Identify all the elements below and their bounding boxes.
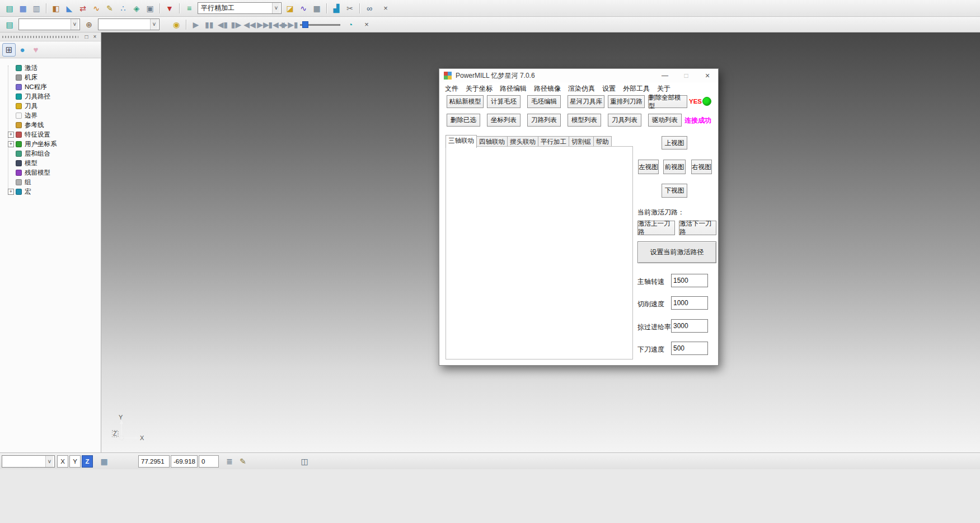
coordinate-y-field[interactable]: -69.918 <box>171 455 198 468</box>
activate-next-toolpath-button[interactable]: 激活下一刀路 <box>679 221 716 235</box>
binoculars-icon[interactable]: ∞ <box>363 2 376 15</box>
graph-icon[interactable]: ∿ <box>297 2 310 15</box>
delete-all-models-button[interactable]: 删除全部模型 <box>648 95 687 108</box>
step-back-icon[interactable]: ◀▮ <box>216 18 229 31</box>
tree-item-nc-programs[interactable]: NC程序 <box>6 82 101 92</box>
axis-z-button[interactable]: Z <box>82 455 93 468</box>
menu-file[interactable]: 文件 <box>445 84 458 94</box>
tree-item-machine-tool[interactable]: 机床 <box>6 73 101 82</box>
model-list-button[interactable]: 模型列表 <box>568 114 601 127</box>
block-edit-button[interactable]: 毛坯编辑 <box>527 95 561 108</box>
active-strategy-dropdown[interactable]: 平行精加工 ˅ <box>198 2 282 14</box>
set-active-path-button[interactable]: 设置当前激活路径 <box>637 241 716 263</box>
pause-icon[interactable]: ▮▮ <box>203 18 216 31</box>
workplane-list-button[interactable]: 坐标列表 <box>487 114 521 127</box>
activate-prev-toolpath-button[interactable]: 激活上一刀路 <box>637 221 675 235</box>
menu-settings[interactable]: 设置 <box>602 84 616 94</box>
simulation-clock-icon[interactable]: ◔ <box>344 18 357 31</box>
rewind-icon[interactable]: ◀◀ <box>243 18 256 31</box>
status-dropdown[interactable]: ˅ <box>2 455 55 468</box>
close-button[interactable]: × <box>697 69 718 82</box>
tree-item-stock-models[interactable]: 残留模型 <box>6 168 101 178</box>
reorder-toolpaths-button[interactable]: 重排列刀路 <box>608 95 645 108</box>
tree-item-macros[interactable]: +宏 <box>6 187 101 197</box>
tree-item-toolpaths[interactable]: 刀具路径 <box>6 92 101 101</box>
menu-render-sim[interactable]: 渲染仿真 <box>568 84 595 94</box>
menu-path-edit[interactable]: 路径编辑 <box>500 84 527 94</box>
plunge-feed-input[interactable] <box>671 342 708 355</box>
go-end-icon[interactable]: ▶▶▮ <box>283 18 297 31</box>
paste-new-model-button[interactable]: 粘贴新模型 <box>447 95 484 108</box>
model-layers-icon[interactable]: ▤ <box>3 2 16 15</box>
menu-path-mirror[interactable]: 路径镜像 <box>534 84 561 94</box>
axis-y-button[interactable]: Y <box>69 455 81 468</box>
left-view-button[interactable]: 左视图 <box>638 160 659 174</box>
favorites-heart-icon[interactable]: ♥ <box>29 43 43 57</box>
tree-item-boundaries[interactable]: 边界 <box>6 111 101 120</box>
points-icon[interactable]: ∴ <box>116 2 130 15</box>
simulation-speed-slider[interactable] <box>300 20 340 29</box>
list-icon[interactable]: ≣ <box>223 455 236 468</box>
drive-list-button[interactable]: 驱动列表 <box>648 114 682 127</box>
tool-select-dropdown[interactable]: ˅ <box>98 18 160 30</box>
drag-handle-icon[interactable] <box>2 36 78 38</box>
tree-item-workplanes[interactable]: +用户坐标系 <box>6 139 101 149</box>
lightbulb-icon[interactable]: ◉ <box>170 18 183 31</box>
coordinate-z-field[interactable]: 0 <box>199 455 219 468</box>
play-icon[interactable]: ▶ <box>189 18 203 31</box>
coordinate-x-field[interactable]: 77.2951 <box>138 455 170 468</box>
draw-icon[interactable]: ✎ <box>103 2 116 15</box>
panel-float-icon[interactable]: □ <box>83 33 90 40</box>
tab-3axis[interactable]: 三轴联动 <box>446 135 477 148</box>
rapid-feed-input[interactable] <box>671 319 708 333</box>
pages-icon[interactable]: ◫ <box>298 455 311 468</box>
dialog-title-bar[interactable]: PowerMILL 忆梦星河 7.0.6 — □ × <box>439 69 718 82</box>
tree-item-patterns[interactable]: 参考线 <box>6 120 101 130</box>
menu-workplane[interactable]: 关于坐标 <box>466 84 493 94</box>
tree-item-feature-sets[interactable]: +特征设置 <box>6 130 101 139</box>
tree-item-levels-and-sets[interactable]: 层和组合 <box>6 149 101 158</box>
tree-item-tools[interactable]: 刀具 <box>6 101 101 111</box>
print-icon[interactable]: ▥ <box>30 2 43 15</box>
tool-library-button[interactable]: 星河刀具库 <box>568 95 604 108</box>
minimize-button[interactable]: — <box>654 69 676 82</box>
explorer-tree-icon[interactable]: ⊞ <box>2 43 16 57</box>
grid-icon[interactable]: ▦ <box>97 455 111 468</box>
slider-handle[interactable] <box>302 21 308 28</box>
axis-x-button[interactable]: X <box>57 455 68 468</box>
transform-icon[interactable]: ⇄ <box>76 2 90 15</box>
chart-icon[interactable]: ▟ <box>330 2 343 15</box>
copy-icon[interactable]: ▣ <box>143 2 157 15</box>
pattern-icon[interactable]: ◈ <box>130 2 143 15</box>
save-icon[interactable]: ▦ <box>16 2 30 15</box>
tool-select-icon[interactable]: ⊕ <box>82 18 96 31</box>
front-view-button[interactable]: 前视图 <box>663 160 686 174</box>
tool-list-button[interactable]: 刀具列表 <box>608 114 641 127</box>
panel-grip[interactable]: □ × <box>0 32 101 41</box>
toolbar-close-icon[interactable]: × <box>381 3 391 13</box>
scissors-icon[interactable]: ✂ <box>343 2 357 15</box>
spindle-speed-input[interactable] <box>671 274 708 287</box>
toolpath-list-button[interactable]: 刀路列表 <box>527 114 561 127</box>
block-icon[interactable]: ◧ <box>49 2 63 15</box>
top-view-button[interactable]: 上视图 <box>662 136 687 150</box>
tool-icon[interactable]: ▼ <box>163 2 176 15</box>
tree-item-active[interactable]: 激活 <box>6 63 101 73</box>
toolpath-select-dropdown[interactable]: ˅ <box>18 18 80 30</box>
tree-item-models[interactable]: 模型 <box>6 158 101 168</box>
panel-close-icon[interactable]: × <box>91 33 99 40</box>
menu-about[interactable]: 关于 <box>657 84 670 94</box>
tree-item-groups[interactable]: 组 <box>6 178 101 187</box>
toolbar-close-icon[interactable]: × <box>362 20 372 30</box>
calculator-icon[interactable]: ▦ <box>310 2 323 15</box>
cutting-feed-input[interactable] <box>671 296 708 310</box>
curve-icon[interactable]: ∿ <box>90 2 103 15</box>
calc-block-button[interactable]: 计算毛坯 <box>487 95 521 108</box>
expand-plus-icon[interactable]: + <box>8 141 14 147</box>
toolbox-icon[interactable]: ◪ <box>283 2 297 15</box>
expand-plus-icon[interactable]: + <box>8 132 14 138</box>
plane-icon[interactable]: ◣ <box>63 2 76 15</box>
bottom-view-button[interactable]: 下视图 <box>662 184 687 198</box>
maximize-button[interactable]: □ <box>676 69 697 82</box>
menu-external-tools[interactable]: 外部工具 <box>623 84 650 94</box>
